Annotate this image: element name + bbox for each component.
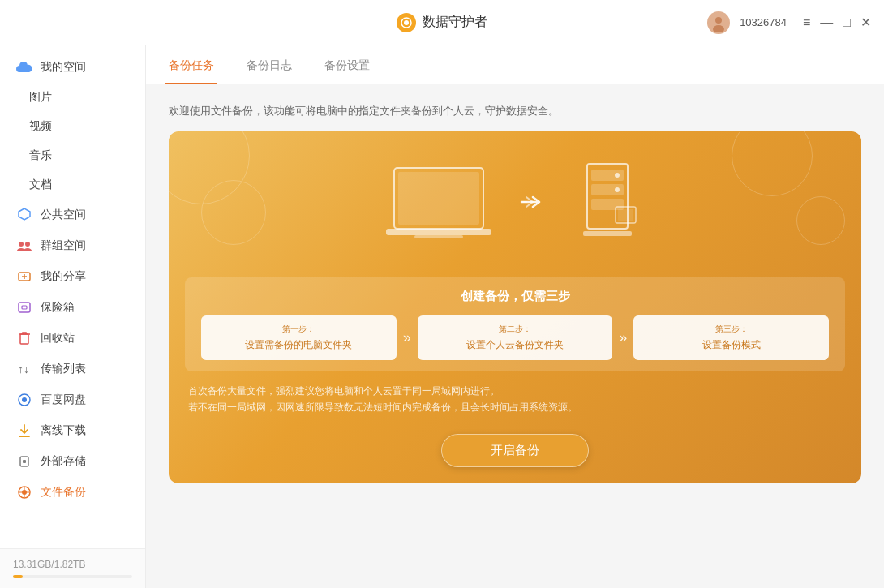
storage-bar-bg [13, 575, 132, 578]
group-icon [16, 238, 32, 254]
app-icon [397, 13, 416, 32]
sidebar-item-label: 我的分享 [41, 269, 86, 284]
svg-point-7 [24, 248, 32, 251]
sidebar-item-label: 图片 [29, 90, 52, 105]
notice-line-2: 若不在同一局域网，因网速所限导致数无法短时间内完成备份，且会长时间占用系统资源。 [188, 399, 842, 416]
sidebar-item-label: 公共空间 [41, 208, 86, 222]
sidebar-item-label: 视频 [29, 119, 52, 134]
step-3-text: 设置备份模式 [640, 338, 822, 352]
illustration-area [169, 131, 861, 277]
svg-rect-22 [414, 235, 463, 238]
tab-backup-log[interactable]: 备份日志 [243, 49, 295, 84]
sidebar-item-videos[interactable]: 视频 [0, 112, 145, 141]
maximize-button[interactable]: □ [843, 16, 851, 29]
step-1-box[interactable]: 第一步： 设置需备份的电脑文件夹 [201, 315, 397, 360]
step-2-label: 第二步： [424, 324, 607, 335]
svg-rect-16 [23, 460, 26, 463]
public-icon [16, 207, 32, 223]
svg-point-18 [22, 490, 27, 495]
content-body: 欢迎使用文件备份，该功能可将电脑中的指定文件夹备份到个人云，守护数据安全。 [146, 84, 884, 588]
cloud-icon [16, 59, 32, 75]
sidebar-item-label: 离线下载 [41, 423, 86, 438]
sidebar-item-file-backup[interactable]: 文件备份 [0, 477, 145, 508]
step-2-text: 设置个人云备份文件夹 [424, 338, 607, 352]
sidebar-item-public-space[interactable]: 公共空间 [0, 200, 145, 230]
welcome-text: 欢迎使用文件备份，该功能可将电脑中的指定文件夹备份到个人云，守护数据安全。 [169, 104, 861, 118]
laptop-illustration [382, 160, 496, 249]
svg-rect-31 [583, 231, 632, 236]
storage-label: 13.31GB/1.82TB [13, 559, 85, 570]
step-1-text: 设置需备份的电脑文件夹 [208, 338, 390, 352]
sidebar-item-label: 百度网盘 [41, 393, 86, 407]
svg-point-3 [713, 25, 724, 32]
sidebar: 我的空间 图片 视频 音乐 文档 公共空间 [0, 45, 146, 588]
usb-icon [16, 453, 32, 470]
sidebar-item-label: 保险箱 [41, 300, 75, 315]
tab-bar: 备份任务 备份日志 备份设置 [146, 45, 884, 84]
svg-point-28 [615, 187, 620, 192]
sidebar-item-recycle[interactable]: 回收站 [0, 323, 145, 354]
minimize-button[interactable]: — [820, 16, 833, 29]
svg-rect-21 [386, 229, 491, 235]
title-bar-right: 10326784 ≡ — □ ✕ [707, 11, 871, 34]
sidebar-item-label: 传输列表 [41, 362, 86, 376]
sidebar-item-label: 音乐 [29, 148, 52, 163]
sidebar-item-my-space[interactable]: 我的空间 [0, 52, 145, 83]
safe-icon [16, 299, 32, 315]
menu-button[interactable]: ≡ [803, 16, 810, 29]
svg-rect-11 [20, 334, 28, 344]
step-2-box[interactable]: 第二步： 设置个人云备份文件夹 [418, 315, 613, 360]
step-3-label: 第三步： [640, 324, 822, 335]
title-bar: 数据守护者 10326784 ≡ — □ ✕ [0, 0, 884, 45]
steps-row: 第一步： 设置需备份的电脑文件夹 » 第二步： 设置个人云备份文件夹 » 第三步… [201, 315, 829, 360]
sidebar-item-my-share[interactable]: 我的分享 [0, 261, 145, 292]
sidebar-items: 我的空间 图片 视频 音乐 文档 公共空间 [0, 45, 145, 548]
svg-point-1 [404, 20, 409, 25]
svg-point-4 [19, 242, 24, 247]
sidebar-item-label: 群组空间 [41, 238, 86, 253]
notice-area: 首次备份大量文件，强烈建议您将电脑和个人云置于同一局域网内进行。 若不在同一局域… [169, 371, 861, 424]
sidebar-item-label: 文件备份 [41, 485, 86, 500]
close-button[interactable]: ✕ [860, 16, 871, 29]
content-area: 备份任务 备份日志 备份设置 欢迎使用文件备份，该功能可将电脑中的指定文件夹备份… [146, 45, 884, 588]
sidebar-item-external[interactable]: 外部存储 [0, 446, 145, 477]
sidebar-item-label: 回收站 [41, 331, 75, 346]
sidebar-item-label: 文档 [29, 178, 52, 192]
sidebar-item-music[interactable]: 音乐 [0, 141, 145, 170]
share-icon [16, 268, 32, 285]
backup-icon [16, 484, 32, 500]
baidu-icon [16, 392, 32, 408]
sidebar-item-baidu[interactable]: 百度网盘 [0, 384, 145, 415]
sidebar-item-group-space[interactable]: 群组空间 [0, 230, 145, 261]
sidebar-item-transfer[interactable]: ↑↓ 传输列表 [0, 354, 145, 384]
step-1-label: 第一步： [208, 324, 390, 335]
main-layout: 我的空间 图片 视频 音乐 文档 公共空间 [0, 45, 884, 588]
sidebar-footer: 13.31GB/1.82TB [0, 548, 145, 588]
svg-point-5 [25, 242, 30, 247]
sidebar-item-safe-box[interactable]: 保险箱 [0, 292, 145, 323]
svg-point-2 [715, 17, 722, 24]
tab-backup-settings[interactable]: 备份设置 [321, 49, 373, 84]
sidebar-item-docs[interactable]: 文档 [0, 170, 145, 200]
svg-rect-10 [22, 306, 27, 309]
gold-card: 创建备份，仅需三步 第一步： 设置需备份的电脑文件夹 » 第二步： 设置个人云备… [169, 131, 861, 483]
steps-container: 创建备份，仅需三步 第一步： 设置需备份的电脑文件夹 » 第二步： 设置个人云备… [185, 277, 845, 371]
svg-rect-26 [591, 199, 624, 210]
sidebar-item-offline[interactable]: 离线下载 [0, 415, 145, 446]
title-center: 数据守护者 [397, 13, 487, 32]
sidebar-item-pictures[interactable]: 图片 [0, 83, 145, 112]
app-title: 数据守护者 [423, 14, 487, 31]
step-3-box[interactable]: 第三步： 设置备份模式 [633, 315, 829, 360]
start-backup-button[interactable]: 开启备份 [441, 434, 589, 467]
steps-title: 创建备份，仅需三步 [201, 289, 829, 304]
svg-text:↑↓: ↑↓ [18, 363, 29, 376]
step-arrow-1: » [403, 329, 411, 346]
window-controls: ≡ — □ ✕ [803, 16, 871, 29]
tab-backup-task[interactable]: 备份任务 [165, 49, 217, 84]
notice-line-1: 首次备份大量文件，强烈建议您将电脑和个人云置于同一局域网内进行。 [188, 383, 842, 400]
server-illustration [567, 160, 648, 249]
transfer-icon: ↑↓ [16, 361, 32, 377]
user-id: 10326784 [740, 16, 787, 28]
user-avatar[interactable] [707, 11, 730, 34]
trash-icon [16, 330, 32, 346]
